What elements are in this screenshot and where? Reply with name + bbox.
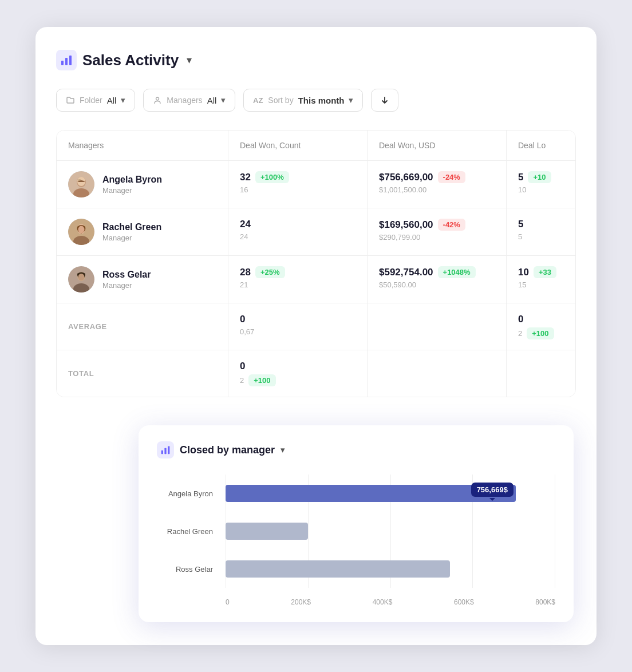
deal-lost-angela: 5 +10 10 [507, 161, 575, 208]
deal-lost-sub-angela: 10 [518, 185, 526, 194]
folder-value: All [107, 96, 117, 105]
sort-value: This month [298, 96, 345, 105]
sort-icon: AZ [253, 96, 263, 105]
avatar-ross [68, 266, 94, 292]
total-deal-won-usd [368, 350, 507, 397]
avatar-angela [68, 171, 94, 197]
sort-chevron: ▾ [349, 95, 353, 105]
bar-rachel [226, 523, 308, 540]
deal-lost-badge-angela: +10 [528, 171, 551, 183]
bar-row-ross [226, 559, 555, 579]
managers-label: Managers [167, 96, 202, 105]
avg-count-main: 0 [240, 314, 356, 325]
sort-label: Sort by [268, 96, 293, 105]
chart-icon [157, 441, 174, 458]
sort-direction-icon [380, 95, 390, 105]
deal-won-usd-badge-ross: +1048% [438, 266, 476, 278]
svg-text:AZ: AZ [253, 96, 263, 105]
chart-chevron[interactable]: ▾ [281, 445, 285, 455]
deal-won-usd-main-rachel: $169,560,00 [379, 219, 433, 231]
deal-won-usd-main-angela: $756,669,00 [379, 172, 433, 183]
manager-cell-angela: Angela Byron Manager [57, 161, 228, 208]
y-label-angela: Angela Byron [157, 489, 220, 498]
table-row: Angela Byron Manager 32 +100% 16 $756,66… [57, 161, 575, 208]
manager-name-rachel: Rachel Green [102, 222, 161, 232]
deal-won-count-angela: 32 +100% 16 [228, 161, 368, 208]
deal-lost-sub-ross: 15 [518, 280, 526, 289]
x-label-3: 600K$ [454, 598, 474, 606]
deal-won-usd-sub-rachel: $290,799.00 [379, 233, 420, 242]
average-label: AVERAGE [57, 303, 228, 350]
svg-rect-18 [161, 450, 163, 454]
deal-lost-main-ross: 10 [518, 267, 529, 278]
table-row: Rachel Green Manager 24 24 $169,560,00 -… [57, 208, 575, 256]
chart-x-axis: 0 200K$ 400K$ 600K$ 800K$ [226, 588, 555, 606]
manager-role-angela: Manager [102, 186, 162, 195]
avatar-rachel [68, 219, 94, 245]
folder-icon [66, 96, 75, 105]
managers-icon [153, 96, 162, 105]
header-chevron[interactable]: ▾ [187, 54, 192, 66]
total-deal-lost [507, 350, 575, 397]
deal-won-usd-angela: $756,669,00 -24% $1,001,500.00 [368, 161, 507, 208]
deal-lost-main-angela: 5 [518, 172, 523, 183]
deal-won-usd-main-ross: $592,754.00 [379, 267, 433, 278]
avg-count-sub: 0,67 [240, 327, 356, 336]
y-label-rachel: Rachel Green [157, 527, 220, 536]
bar-row-angela: 756,669$ [226, 483, 555, 504]
managers-chevron: ▾ [221, 95, 226, 105]
deal-won-count-rachel: 24 24 [228, 208, 368, 255]
chart-y-labels: Angela Byron Rachel Green Ross Gelar [157, 475, 220, 588]
deal-won-count-sub-ross: 21 [240, 280, 248, 289]
col-managers: Managers [57, 131, 228, 161]
x-label-4: 800K$ [535, 598, 555, 606]
manager-role-ross: Manager [102, 281, 151, 290]
deal-won-count-main-ross: 28 [240, 267, 251, 278]
page-title: Sales Activity [82, 52, 179, 69]
manager-name-ross: Ross Gelar [102, 270, 151, 280]
chart-tooltip: 756,669$ [471, 483, 514, 497]
deal-won-usd-rachel: $169,560,00 -42% $290,799.00 [368, 208, 507, 255]
deal-won-count-badge-angela: +100% [255, 171, 289, 183]
folder-chevron: ▾ [121, 95, 125, 105]
avg-deal-lost: 0 2 +100 [507, 303, 575, 350]
svg-point-13 [78, 226, 85, 234]
deal-won-usd-badge-rachel: -42% [438, 219, 465, 231]
manager-name-angela: Angela Byron [102, 175, 162, 185]
col-deal-won-count: Deal Won, Count [228, 131, 368, 161]
average-row: AVERAGE 0 0,67 0 2 +100 [57, 303, 575, 350]
managers-filter[interactable]: Managers All ▾ [143, 89, 235, 112]
sort-filter[interactable]: AZ Sort by This month ▾ [243, 89, 363, 112]
data-table: Managers Deal Won, Count Deal Won, USD D… [56, 130, 576, 397]
chart-title: Closed by manager [180, 444, 275, 456]
svg-rect-0 [61, 61, 64, 65]
main-card: Sales Activity ▾ Folder All ▾ Managers A… [35, 27, 597, 645]
folder-filter[interactable]: Folder All ▾ [56, 89, 135, 112]
deal-won-count-main-angela: 32 [240, 172, 251, 183]
x-label-0: 0 [226, 598, 230, 606]
x-label-2: 400K$ [373, 598, 393, 606]
manager-role-rachel: Manager [102, 234, 161, 242]
bar-row-rachel [226, 521, 555, 541]
deal-won-usd-sub-angela: $1,001,500.00 [379, 185, 426, 194]
chart-header: Closed by manager ▾ [157, 441, 555, 458]
total-count-sub: 2 [240, 376, 244, 385]
sales-activity-icon [56, 50, 77, 70]
avg-deal-won-count: 0 0,67 [228, 303, 368, 350]
deal-lost-sub-rachel: 5 [518, 232, 522, 241]
avg-deal-won-usd [368, 303, 507, 350]
x-label-1: 200K$ [291, 598, 311, 606]
deal-won-count-main-rachel: 24 [240, 219, 251, 230]
svg-rect-20 [168, 446, 169, 454]
chart-area: Angela Byron Rachel Green Ross Gelar 756… [157, 475, 555, 606]
deal-lost-badge-ross: +33 [534, 266, 556, 278]
deal-won-count-ross: 28 +25% 21 [228, 256, 368, 303]
deal-lost-main-rachel: 5 [518, 219, 523, 230]
folder-label: Folder [80, 96, 102, 105]
deal-won-count-sub-angela: 16 [240, 185, 248, 194]
svg-rect-19 [164, 448, 166, 454]
total-row: TOTAL 0 2 +100 [57, 350, 575, 397]
deal-won-usd-ross: $592,754.00 +1048% $50,590.00 [368, 256, 507, 303]
avg-lost-sub: 2 [518, 329, 522, 338]
sort-direction-button[interactable] [371, 89, 398, 112]
